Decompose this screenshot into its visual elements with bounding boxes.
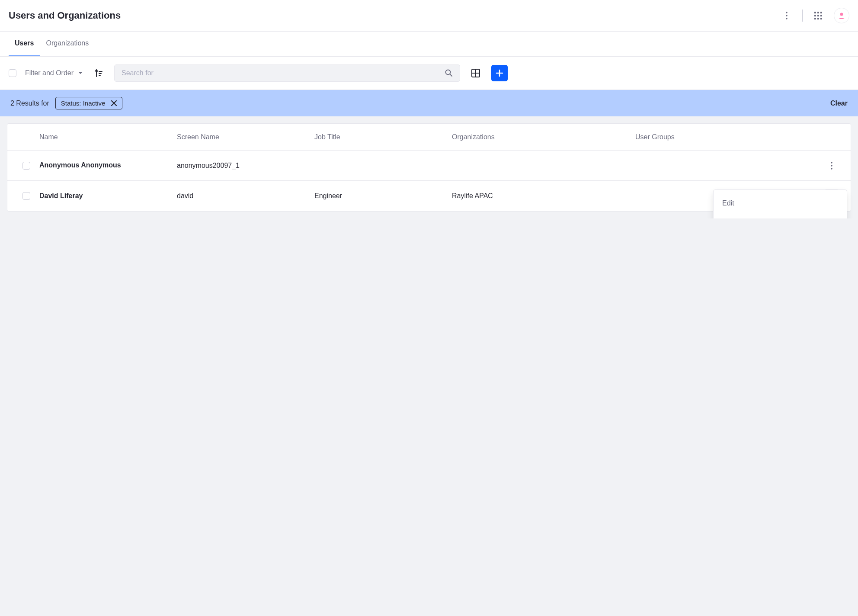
- col-name[interactable]: Name: [39, 133, 177, 141]
- caret-down-icon: [78, 71, 83, 75]
- table-row: Anonymous Anonymous anonymous20097_1: [7, 151, 851, 181]
- sort-button[interactable]: [92, 66, 106, 80]
- cell-name[interactable]: Anonymous Anonymous: [39, 160, 177, 170]
- filter-chip-remove[interactable]: [111, 100, 117, 106]
- cell-name[interactable]: David Liferay: [39, 191, 177, 201]
- apps-button[interactable]: [811, 9, 825, 22]
- filter-results-bar: 2 Results for Status: Inactive Clear: [0, 90, 858, 116]
- toolbar: Filter and Order: [0, 57, 858, 90]
- sort-icon: [94, 69, 103, 77]
- avatar[interactable]: [834, 8, 849, 23]
- grid-view-icon: [471, 69, 480, 77]
- clear-filters-link[interactable]: Clear: [830, 99, 848, 107]
- svg-point-26: [831, 165, 832, 167]
- svg-rect-3: [814, 12, 816, 13]
- filter-chip-label: Status: Inactive: [61, 99, 106, 107]
- add-button[interactable]: [491, 65, 508, 81]
- vertical-dots-icon: [786, 12, 788, 19]
- table-row: David Liferay david Engineer Raylife APA…: [7, 181, 851, 211]
- svg-point-12: [840, 13, 843, 16]
- svg-point-0: [786, 12, 788, 13]
- filter-chip-status: Status: Inactive: [55, 97, 123, 109]
- svg-rect-10: [817, 18, 819, 19]
- svg-rect-4: [817, 12, 819, 13]
- svg-line-17: [450, 74, 452, 76]
- svg-rect-11: [820, 18, 822, 19]
- vertical-dots-icon: [831, 162, 832, 170]
- header-actions: [780, 8, 849, 23]
- svg-point-1: [786, 15, 788, 16]
- svg-rect-9: [814, 18, 816, 19]
- view-toggle-button[interactable]: [469, 66, 483, 80]
- cell-job-title: Engineer: [314, 192, 452, 200]
- cell-organizations: Raylife APAC: [452, 192, 635, 200]
- tabs: Users Organizations: [0, 32, 858, 57]
- menu-edit[interactable]: Edit: [714, 194, 847, 212]
- svg-rect-6: [814, 15, 816, 16]
- options-button[interactable]: [780, 9, 794, 22]
- svg-point-27: [831, 168, 832, 170]
- col-job-title[interactable]: Job Title: [314, 133, 452, 141]
- users-table: Name Screen Name Job Title Organizations…: [7, 123, 851, 212]
- svg-rect-8: [820, 15, 822, 16]
- search-icon: [445, 69, 453, 77]
- search-input[interactable]: [122, 69, 445, 77]
- cell-screen-name: anonymous20097_1: [177, 162, 314, 170]
- filter-order-label: Filter and Order: [25, 69, 74, 77]
- user-icon: [838, 12, 845, 19]
- results-count-text: 2 Results for: [10, 99, 49, 107]
- select-all-checkbox[interactable]: [9, 69, 16, 77]
- page-header: Users and Organizations: [0, 0, 858, 32]
- col-screen-name[interactable]: Screen Name: [177, 133, 314, 141]
- cell-screen-name: david: [177, 192, 314, 200]
- search-box[interactable]: [114, 64, 460, 82]
- row-checkbox[interactable]: [22, 162, 30, 170]
- close-icon: [111, 100, 117, 106]
- svg-rect-7: [817, 15, 819, 16]
- table-header: Name Screen Name Job Title Organizations…: [7, 124, 851, 151]
- row-checkbox[interactable]: [22, 192, 30, 200]
- filter-order-dropdown[interactable]: Filter and Order: [25, 67, 83, 80]
- tab-users[interactable]: Users: [9, 32, 40, 56]
- page-title: Users and Organizations: [9, 10, 121, 21]
- svg-point-25: [831, 162, 832, 164]
- row-actions-button[interactable]: [825, 159, 839, 173]
- col-user-groups[interactable]: User Groups: [635, 133, 819, 141]
- svg-point-2: [786, 18, 788, 19]
- filter-results-left: 2 Results for Status: Inactive: [10, 97, 122, 109]
- menu-permissions[interactable]: Permissions: [714, 212, 847, 218]
- plus-icon: [496, 69, 503, 77]
- svg-rect-5: [820, 12, 822, 13]
- tab-organizations[interactable]: Organizations: [40, 32, 95, 56]
- divider: [802, 10, 803, 22]
- col-organizations[interactable]: Organizations: [452, 133, 635, 141]
- row-actions-menu: Edit Permissions Manage Pages Impersonat…: [713, 189, 847, 218]
- grid-apps-icon: [814, 12, 822, 19]
